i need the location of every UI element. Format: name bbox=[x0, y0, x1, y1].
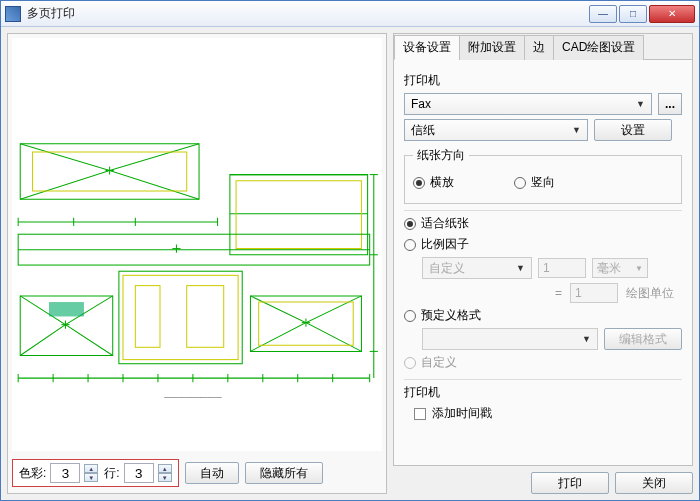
svg-rect-10 bbox=[49, 302, 84, 316]
tab-cad[interactable]: CAD绘图设置 bbox=[553, 35, 644, 60]
scale-unit2-label: 绘图单位 bbox=[626, 285, 682, 302]
row-down-button[interactable]: ▼ bbox=[158, 473, 172, 482]
titlebar: 多页打印 — □ ✕ bbox=[1, 1, 699, 27]
predef-format-combo: ▼ bbox=[422, 328, 598, 350]
row-input[interactable] bbox=[124, 463, 154, 483]
tabs: 设备设置 附加设置 边 CAD绘图设置 bbox=[394, 34, 692, 60]
orient-horizontal-label: 横放 bbox=[430, 174, 454, 191]
auto-button[interactable]: 自动 bbox=[185, 462, 239, 484]
custom-radio: 自定义 bbox=[404, 354, 457, 371]
paper-combo-value: 信纸 bbox=[411, 122, 435, 139]
scale-unit-combo: 毫米 ▼ bbox=[592, 258, 648, 278]
scale-num1: 1 bbox=[538, 258, 586, 278]
tab-extra[interactable]: 附加设置 bbox=[459, 35, 525, 60]
printer-more-button[interactable]: ... bbox=[658, 93, 682, 115]
radio-icon bbox=[404, 239, 416, 251]
footer: 打印 关闭 bbox=[393, 466, 693, 494]
radio-icon bbox=[514, 177, 526, 189]
window-buttons: — □ ✕ bbox=[587, 5, 695, 23]
row-up-button[interactable]: ▲ bbox=[158, 464, 172, 473]
minimize-button[interactable]: — bbox=[589, 5, 617, 23]
close-button[interactable]: ✕ bbox=[649, 5, 695, 23]
tab-edges[interactable]: 边 bbox=[524, 35, 554, 60]
drawing-canvas[interactable]: ———————— bbox=[12, 38, 382, 451]
radio-icon bbox=[404, 357, 416, 369]
predef-format-label: 预定义格式 bbox=[421, 307, 481, 324]
settings-pane: 设备设置 附加设置 边 CAD绘图设置 打印机 Fax ▼ ... bbox=[393, 33, 693, 494]
preview-pane: ———————— 色彩: ▲ ▼ 行: bbox=[7, 33, 387, 494]
tabs-frame: 设备设置 附加设置 边 CAD绘图设置 打印机 Fax ▼ ... bbox=[393, 33, 693, 466]
chevron-down-icon: ▼ bbox=[635, 264, 643, 273]
edit-format-button: 编辑格式 bbox=[604, 328, 682, 350]
row-spinner: 行: ▲ ▼ bbox=[104, 463, 171, 483]
custom-radio-label: 自定义 bbox=[421, 354, 457, 371]
scale-combo: 自定义 ▼ bbox=[422, 257, 532, 279]
scale-unit-value: 毫米 bbox=[597, 260, 621, 277]
printer-combo[interactable]: Fax ▼ bbox=[404, 93, 652, 115]
scale-factor-radio[interactable]: 比例因子 bbox=[404, 236, 469, 253]
paper-combo[interactable]: 信纸 ▼ bbox=[404, 119, 588, 141]
radio-icon bbox=[413, 177, 425, 189]
close-dialog-button[interactable]: 关闭 bbox=[615, 472, 693, 494]
scale-num2: 1 bbox=[570, 283, 618, 303]
predef-format-radio[interactable]: 预定义格式 bbox=[404, 307, 481, 324]
chevron-down-icon: ▼ bbox=[636, 99, 645, 109]
app-icon bbox=[5, 6, 21, 22]
paper-settings-button[interactable]: 设置 bbox=[594, 119, 672, 141]
printer-combo-value: Fax bbox=[411, 97, 431, 111]
preview-controls: 色彩: ▲ ▼ 行: ▲ ▼ bbox=[12, 457, 382, 489]
color-spinner: 色彩: ▲ ▼ bbox=[19, 463, 98, 483]
row-label: 行: bbox=[104, 465, 119, 482]
cad-drawing: ———————— bbox=[12, 38, 382, 451]
grid-spinner-group: 色彩: ▲ ▼ 行: ▲ ▼ bbox=[12, 459, 179, 487]
fit-paper-label: 适合纸张 bbox=[421, 215, 469, 232]
scale-combo-value: 自定义 bbox=[429, 260, 465, 277]
orient-horizontal-radio[interactable]: 横放 bbox=[413, 174, 454, 191]
tab-body: 打印机 Fax ▼ ... 信纸 ▼ 设置 bbox=[394, 60, 692, 465]
fit-paper-radio[interactable]: 适合纸张 bbox=[404, 215, 469, 232]
color-input[interactable] bbox=[50, 463, 80, 483]
timestamp-label: 添加时间戳 bbox=[432, 405, 492, 422]
maximize-button[interactable]: □ bbox=[619, 5, 647, 23]
svg-text:————————: ———————— bbox=[164, 392, 222, 401]
printer-group2-label: 打印机 bbox=[404, 384, 682, 401]
color-up-button[interactable]: ▲ bbox=[84, 464, 98, 473]
body: ———————— 色彩: ▲ ▼ 行: bbox=[1, 27, 699, 500]
orientation-group: 纸张方向 横放 竖向 bbox=[404, 147, 682, 204]
radio-icon bbox=[404, 218, 416, 230]
row-spin-buttons: ▲ ▼ bbox=[158, 464, 172, 482]
tab-device[interactable]: 设备设置 bbox=[394, 35, 460, 60]
timestamp-checkbox[interactable] bbox=[414, 408, 426, 420]
color-spin-buttons: ▲ ▼ bbox=[84, 464, 98, 482]
printer-label: 打印机 bbox=[404, 72, 682, 89]
scale-factor-label: 比例因子 bbox=[421, 236, 469, 253]
color-down-button[interactable]: ▼ bbox=[84, 473, 98, 482]
orient-vertical-radio[interactable]: 竖向 bbox=[514, 174, 555, 191]
orient-vertical-label: 竖向 bbox=[531, 174, 555, 191]
chevron-down-icon: ▼ bbox=[516, 263, 525, 273]
window-title: 多页打印 bbox=[27, 5, 587, 22]
window: 多页打印 — □ ✕ bbox=[0, 0, 700, 501]
scale-eq: = bbox=[555, 286, 562, 300]
chevron-down-icon: ▼ bbox=[582, 334, 591, 344]
orientation-legend: 纸张方向 bbox=[413, 147, 469, 164]
print-button[interactable]: 打印 bbox=[531, 472, 609, 494]
hide-all-button[interactable]: 隐藏所有 bbox=[245, 462, 323, 484]
chevron-down-icon: ▼ bbox=[572, 125, 581, 135]
color-label: 色彩: bbox=[19, 465, 46, 482]
radio-icon bbox=[404, 310, 416, 322]
